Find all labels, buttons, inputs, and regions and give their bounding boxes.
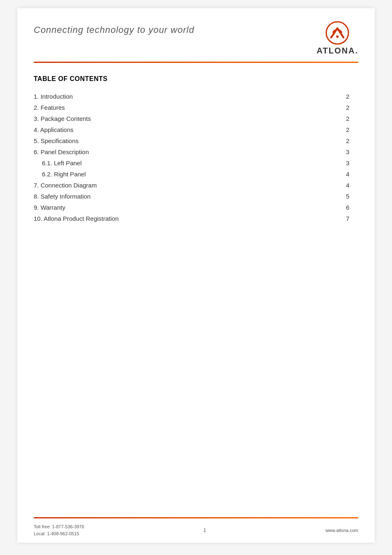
toc-row: 3. Package Contents2 — [34, 113, 358, 124]
toc-row: 6.1. Left Panel3 — [34, 157, 358, 169]
toc-item-page: 4 — [346, 171, 358, 178]
toc-item-page: 7 — [346, 215, 358, 222]
toc-item-page: 2 — [346, 104, 358, 111]
toc-item-page: 2 — [346, 137, 358, 144]
toc-item-label: 9. Warranty — [34, 204, 346, 211]
footer-content: Toll free: 1-877-536-3976 Local: 1-408-9… — [17, 518, 375, 543]
toc-item-label: 8. Safety Information — [34, 193, 346, 200]
toc-item-label: 6.1. Left Panel — [34, 160, 346, 166]
toc-item-page: 2 — [346, 115, 358, 122]
toc-item-page: 5 — [346, 193, 358, 200]
toc-item-page: 4 — [346, 182, 358, 189]
toc-item-label: 3. Package Contents — [34, 115, 346, 122]
atlona-logo-text: ATLONA. — [317, 46, 358, 56]
toc-item-label: 10. Atlona Product Registration — [34, 215, 346, 222]
footer: Toll free: 1-877-536-3976 Local: 1-408-9… — [17, 517, 375, 543]
toc-row: 6. Panel Description3 — [34, 146, 358, 157]
footer-contact: Toll free: 1-877-536-3976 Local: 1-408-9… — [34, 523, 84, 538]
toc-row: 8. Safety Information5 — [34, 191, 358, 202]
toc-item-label: 2. Features — [34, 104, 346, 111]
svg-point-0 — [326, 22, 348, 44]
toc-row: 2. Features2 — [34, 102, 358, 113]
toll-free: Toll free: 1-877-536-3976 — [34, 523, 84, 531]
toc-item-page: 2 — [346, 126, 358, 133]
website: www.atlona.com — [325, 528, 358, 533]
logo-area: ATLONA. — [317, 21, 358, 56]
toc-row: 1. Introduction2 — [34, 91, 358, 102]
tagline: Connecting technology to your world — [34, 25, 194, 35]
atlona-logo-icon — [325, 21, 350, 45]
toc-row: 10. Atlona Product Registration7 — [34, 213, 358, 224]
toc-item-label: 5. Specifications — [34, 137, 346, 144]
toc-item-page: 2 — [346, 93, 358, 100]
header: Connecting technology to your world ATLO… — [17, 8, 375, 62]
toc-item-label: 4. Applications — [34, 126, 346, 133]
toc-row: 6.2. Right Panel4 — [34, 169, 358, 180]
toc-item-page: 3 — [346, 160, 358, 166]
svg-point-1 — [336, 35, 339, 38]
toc-title: TABLE OF CONTENTS — [34, 75, 358, 83]
toc-row: 7. Connection Diagram4 — [34, 180, 358, 191]
toc-item-label: 7. Connection Diagram — [34, 182, 346, 189]
toc-item-label: 6. Panel Description — [34, 148, 346, 155]
toc-list: 1. Introduction22. Features23. Package C… — [34, 91, 358, 224]
main-content: TABLE OF CONTENTS 1. Introduction22. Fea… — [17, 63, 375, 240]
toc-row: 5. Specifications2 — [34, 135, 358, 146]
local-number: Local: 1-408-962-0515 — [34, 530, 84, 538]
toc-item-page: 6 — [346, 204, 358, 211]
toc-item-label: 1. Introduction — [34, 93, 346, 100]
page-number: 1 — [203, 527, 206, 533]
toc-item-label: 6.2. Right Panel — [34, 171, 346, 178]
toc-item-page: 3 — [346, 148, 358, 155]
page: Connecting technology to your world ATLO… — [17, 8, 375, 543]
toc-row: 9. Warranty6 — [34, 202, 358, 213]
toc-row: 4. Applications2 — [34, 124, 358, 135]
